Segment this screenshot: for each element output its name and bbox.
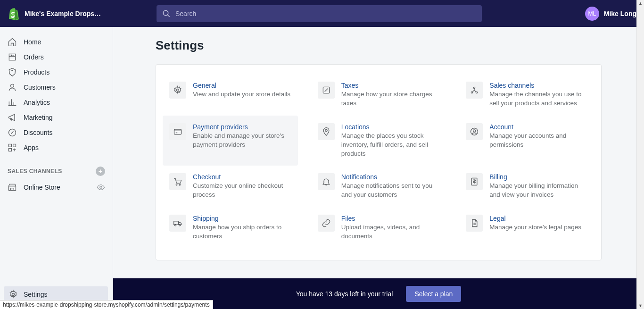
svg-point-2 — [11, 84, 14, 87]
select-plan-button[interactable]: Select a plan — [406, 286, 461, 302]
svg-line-1 — [167, 15, 170, 17]
nav-products[interactable]: Products — [0, 65, 113, 80]
store-name[interactable]: Mike's Example Dropshi... — [25, 10, 105, 17]
tile-description: View and update your store details — [193, 90, 290, 99]
svg-point-17 — [473, 130, 476, 132]
analytics-icon — [8, 98, 17, 107]
channel-online-store[interactable]: Online Store — [0, 180, 113, 195]
gear-icon — [8, 290, 18, 299]
products-icon — [8, 67, 17, 77]
nav-apps[interactable]: Apps — [0, 140, 113, 155]
tile-title: Sales channels — [489, 82, 588, 89]
nav-discounts[interactable]: Discounts — [0, 125, 113, 140]
tile-title: Notifications — [341, 173, 440, 181]
link-icon — [318, 215, 335, 232]
top-bar: Mike's Example Dropshi... ML Mike Long — [0, 0, 644, 27]
discounts-icon — [8, 128, 17, 137]
home-icon — [8, 37, 17, 47]
svg-rect-5 — [13, 144, 16, 147]
nav-label: Home — [24, 38, 41, 46]
trial-message: You have 13 days left in your trial — [296, 290, 393, 298]
search-input[interactable] — [175, 10, 476, 17]
status-url: https://mikes-example-dropshipping-store… — [0, 300, 213, 309]
settings-tile-general[interactable]: GeneralView and update your store detail… — [156, 74, 305, 116]
gear-icon — [169, 82, 186, 99]
tile-title: Files — [341, 215, 440, 222]
user-menu[interactable]: ML Mike Long — [585, 7, 636, 21]
tile-description: Manage notifications sent to you and you… — [341, 182, 440, 200]
nav-label: Marketing — [24, 114, 52, 121]
nav-orders[interactable]: Orders — [0, 50, 113, 65]
settings-tile-shipping[interactable]: ShippingManage how you ship orders to cu… — [156, 207, 305, 249]
nav-marketing[interactable]: Marketing — [0, 110, 113, 125]
apps-icon — [8, 143, 17, 152]
settings-tile-checkout[interactable]: CheckoutCustomize your online checkout p… — [156, 166, 305, 207]
tile-title: Payment providers — [193, 123, 291, 131]
billing-icon — [466, 173, 483, 190]
add-channel-button[interactable]: + — [96, 167, 105, 176]
scrollbar[interactable]: ▲ ▼ — [636, 0, 644, 309]
marketing-icon — [8, 113, 17, 122]
svg-point-11 — [474, 87, 475, 88]
sales-channels-header: SALES CHANNELS + — [0, 167, 113, 176]
section-label: SALES CHANNELS — [8, 168, 62, 175]
settings-tile-locations[interactable]: LocationsManage the places you stock inv… — [305, 116, 453, 166]
tile-title: General — [193, 82, 290, 89]
nav-label: Discounts — [24, 129, 52, 136]
orders-icon — [8, 52, 17, 62]
settings-tile-taxes[interactable]: TaxesManage how your store charges taxes — [305, 74, 453, 116]
settings-tile-files[interactable]: FilesUpload images, videos, and document… — [305, 207, 453, 249]
tile-description: Customize your online checkout process — [193, 182, 291, 200]
tile-title: Billing — [489, 173, 588, 181]
nav-label: Customers — [24, 84, 56, 91]
svg-rect-4 — [9, 144, 12, 147]
scroll-up-icon[interactable]: ▲ — [638, 1, 643, 6]
sidebar: Home Orders Products Customers Analytics… — [0, 27, 113, 309]
tile-title: Taxes — [341, 82, 440, 89]
main-content: Settings GeneralView and update your sto… — [113, 27, 644, 278]
tile-description: Manage your billing information and view… — [489, 182, 588, 200]
svg-rect-6 — [9, 149, 12, 151]
tile-description: Manage your store's legal pages — [489, 223, 581, 232]
svg-point-18 — [176, 184, 177, 186]
user-name: Mike Long — [604, 10, 636, 17]
svg-point-15 — [325, 129, 327, 131]
truck-icon — [169, 215, 186, 232]
nav-label: Apps — [24, 144, 39, 151]
svg-point-19 — [179, 184, 181, 186]
search-icon — [162, 9, 171, 18]
checkout-icon — [169, 173, 186, 190]
scroll-down-icon[interactable]: ▼ — [638, 303, 643, 308]
tile-description: Manage the places you stock inventory, f… — [341, 132, 440, 159]
store-icon — [8, 183, 17, 192]
tile-description: Upload images, videos, and documents — [341, 223, 440, 241]
settings-tile-legal[interactable]: LegalManage your store's legal pages — [453, 207, 601, 249]
settings-tile-account[interactable]: AccountManage your accounts and permissi… — [453, 116, 601, 166]
svg-point-9 — [177, 89, 179, 92]
nav-home[interactable]: Home — [0, 34, 113, 50]
settings-tile-sales-channels[interactable]: Sales channelsManage the channels you us… — [453, 74, 601, 116]
svg-point-8 — [12, 293, 15, 296]
settings-tile-payment-providers[interactable]: Payment providersEnable and manage your … — [163, 116, 298, 166]
tile-title: Account — [489, 123, 588, 131]
svg-rect-14 — [174, 129, 182, 134]
page-title: Settings — [156, 38, 644, 53]
nav-analytics[interactable]: Analytics — [0, 95, 113, 110]
search-bar[interactable] — [157, 5, 482, 22]
nav-customers[interactable]: Customers — [0, 80, 113, 95]
settings-label: Settings — [24, 291, 48, 298]
payment-icon — [169, 123, 186, 140]
nav-label: Analytics — [24, 99, 50, 106]
view-icon[interactable] — [97, 183, 105, 192]
tile-description: Manage the channels you use to sell your… — [489, 90, 588, 108]
tile-description: Enable and manage your store's payment p… — [193, 132, 291, 150]
svg-point-7 — [100, 186, 102, 189]
percent-icon — [318, 82, 335, 99]
settings-tile-billing[interactable]: BillingManage your billing information a… — [453, 166, 601, 207]
tile-description: Manage how your store charges taxes — [341, 90, 440, 108]
svg-rect-21 — [174, 221, 179, 225]
tile-title: Locations — [341, 123, 440, 131]
nav-label: Products — [24, 68, 50, 76]
customers-icon — [8, 83, 17, 92]
settings-tile-notifications[interactable]: NotificationsManage notifications sent t… — [305, 166, 453, 207]
